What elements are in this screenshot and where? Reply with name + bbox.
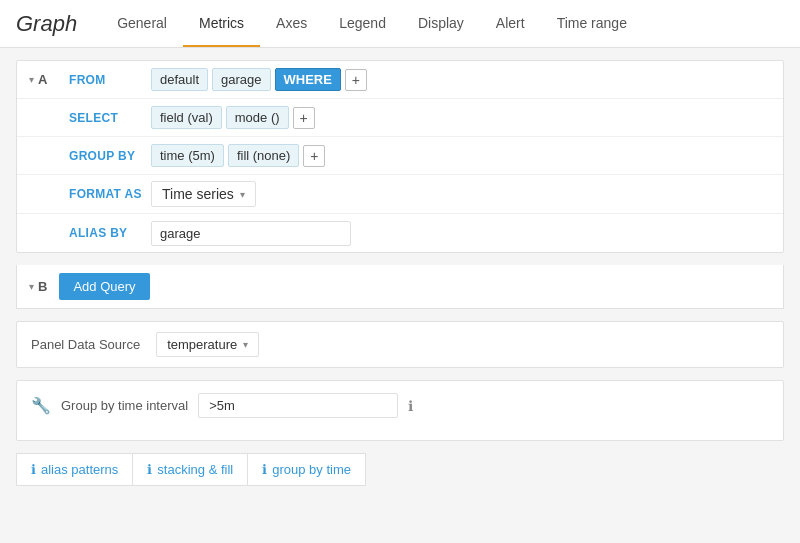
- formatas-row: FORMAT AS Time series ▾: [17, 175, 783, 214]
- groupby-interval-label: Group by time interval: [61, 398, 188, 413]
- tab-legend[interactable]: Legend: [323, 0, 402, 47]
- formatas-values: Time series ▾: [151, 175, 783, 213]
- groupby-time-tag[interactable]: time (5m): [151, 144, 224, 167]
- aliasby-key: ALIAS BY: [61, 226, 151, 240]
- from-garage-tag[interactable]: garage: [212, 68, 270, 91]
- formatas-select[interactable]: Time series ▾: [151, 181, 256, 207]
- stacking-fill-link[interactable]: ℹ stacking & fill: [132, 453, 247, 486]
- groupby-info-icon[interactable]: ℹ: [408, 398, 413, 414]
- select-key: SELECT: [61, 111, 151, 125]
- query-a-section: ▾ A FROM default garage WHERE + SELECT f…: [16, 60, 784, 253]
- alias-patterns-link[interactable]: ℹ alias patterns: [16, 453, 132, 486]
- tab-alert[interactable]: Alert: [480, 0, 541, 47]
- query-b-letter: B: [38, 279, 47, 294]
- formatas-key: FORMAT AS: [61, 187, 151, 201]
- groupby-fill-tag[interactable]: fill (none): [228, 144, 299, 167]
- formatas-select-value: Time series: [162, 186, 234, 202]
- header: Graph General Metrics Axes Legend Displa…: [0, 0, 800, 48]
- datasource-value: temperature: [167, 337, 237, 352]
- from-key: FROM: [61, 73, 151, 87]
- formatas-chevron-icon: ▾: [240, 189, 245, 200]
- tab-axes[interactable]: Axes: [260, 0, 323, 47]
- datasource-select[interactable]: temperature ▾: [156, 332, 259, 357]
- select-values: field (val) mode () +: [151, 100, 783, 135]
- spacer1: [16, 309, 784, 321]
- add-query-button[interactable]: Add Query: [59, 273, 149, 300]
- aliasby-values: [151, 215, 783, 252]
- groupby-row-query: GROUP BY time (5m) fill (none) +: [17, 137, 783, 175]
- alias-info-icon: ℹ: [31, 462, 36, 477]
- groupby-interval-input[interactable]: [198, 393, 398, 418]
- groupby-key: GROUP BY: [61, 149, 151, 163]
- groupby-section: 🔧 Group by time interval ℹ: [16, 380, 784, 441]
- page-title: Graph: [16, 11, 77, 37]
- groupby-interval-row: 🔧 Group by time interval ℹ: [31, 393, 769, 418]
- from-row: ▾ A FROM default garage WHERE +: [17, 61, 783, 99]
- collapse-icon[interactable]: ▾: [29, 74, 34, 85]
- query-a-letter: A: [38, 72, 47, 87]
- groupby-add-button[interactable]: +: [303, 145, 325, 167]
- wrench-icon: 🔧: [31, 396, 51, 415]
- query-b-row: ▾ B Add Query: [16, 265, 784, 309]
- stacking-fill-label: stacking & fill: [157, 462, 233, 477]
- groupbytime-info-icon: ℹ: [262, 462, 267, 477]
- main-content: ▾ A FROM default garage WHERE + SELECT f…: [0, 48, 800, 498]
- select-mode-tag[interactable]: mode (): [226, 106, 289, 129]
- datasource-label: Panel Data Source: [31, 337, 140, 352]
- datasource-chevron-icon: ▾: [243, 339, 248, 350]
- select-row: SELECT field (val) mode () +: [17, 99, 783, 137]
- tab-general[interactable]: General: [101, 0, 183, 47]
- select-field-tag[interactable]: field (val): [151, 106, 222, 129]
- where-tag[interactable]: WHERE: [275, 68, 341, 91]
- tab-display[interactable]: Display: [402, 0, 480, 47]
- tab-bar: General Metrics Axes Legend Display Aler…: [101, 0, 643, 47]
- aliasby-input[interactable]: [151, 221, 351, 246]
- datasource-section: Panel Data Source temperature ▾: [16, 321, 784, 368]
- bottom-links: ℹ alias patterns ℹ stacking & fill ℹ gro…: [16, 453, 784, 486]
- stacking-info-icon: ℹ: [147, 462, 152, 477]
- alias-patterns-label: alias patterns: [41, 462, 118, 477]
- aliasby-row: ALIAS BY: [17, 214, 783, 252]
- tab-timerange[interactable]: Time range: [541, 0, 643, 47]
- select-add-button[interactable]: +: [293, 107, 315, 129]
- groupby-values: time (5m) fill (none) +: [151, 138, 783, 173]
- tab-metrics[interactable]: Metrics: [183, 0, 260, 47]
- query-a-label-col: ▾ A: [17, 72, 61, 87]
- from-values: default garage WHERE +: [151, 62, 783, 97]
- group-by-time-label: group by time: [272, 462, 351, 477]
- b-collapse-icon: ▾: [29, 281, 34, 292]
- group-by-time-link[interactable]: ℹ group by time: [247, 453, 366, 486]
- from-default-tag[interactable]: default: [151, 68, 208, 91]
- from-add-button[interactable]: +: [345, 69, 367, 91]
